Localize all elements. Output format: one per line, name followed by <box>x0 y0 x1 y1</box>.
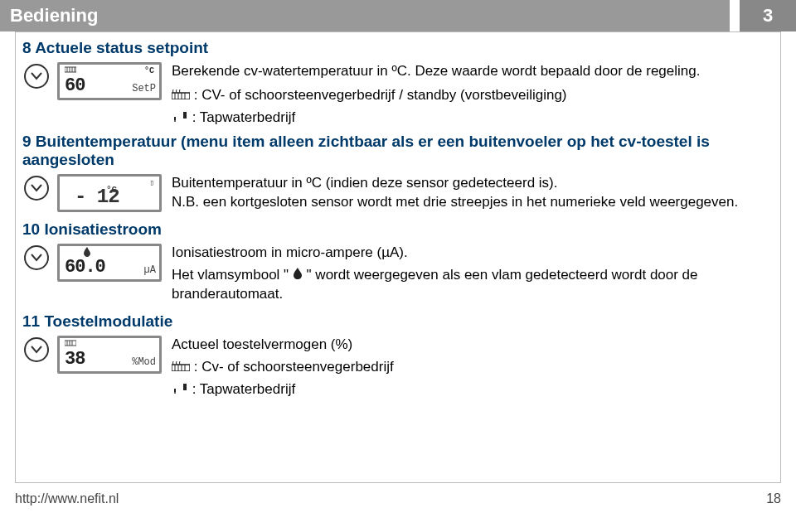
section-11-tap-line: : Tapwaterbedrijf <box>172 380 772 399</box>
page-header: Bediening 3 <box>0 0 796 31</box>
svg-point-20 <box>174 392 176 394</box>
down-button-icon <box>24 337 49 362</box>
content-box: 8 Actuele status setpoint °C 60 SetP Ber… <box>15 31 781 483</box>
section-9-heading: 9 Buitentemperatuur (menu item alleen zi… <box>16 129 780 172</box>
down-button-icon <box>24 64 49 89</box>
svg-rect-11 <box>65 341 76 346</box>
section-11-row: 38 %Mod Actueel toestelvermogen (%) : Cv… <box>16 334 780 401</box>
lcd-outdoor-value: - 12 <box>75 186 119 208</box>
lcd-mod-value: 38 <box>65 349 85 370</box>
section-9-text2: N.B. een kortgesloten sensor wordt met d… <box>172 193 772 212</box>
down-button-icon <box>24 176 49 201</box>
lcd-ion-value: 60.0 <box>65 257 105 278</box>
section-9-row: ▯ °C - 12 Buitentemperatuur in ºC (indie… <box>16 172 780 214</box>
header-title: Bediening <box>0 0 730 31</box>
section-11-text1: Actueel toestelvermogen (%) <box>172 336 772 355</box>
svg-point-10 <box>174 120 176 122</box>
lcd-setp-suffix: SetP <box>132 83 156 94</box>
section-8-text1: Berekende cv-watertemperatuur in ºC. Dez… <box>172 62 772 81</box>
section-8-cv-text: : CV- of schoorsteenvegerbedrijf / stand… <box>194 87 567 103</box>
lcd-ion-suffix: µA <box>144 264 156 276</box>
section-8-cv-line: : CV- of schoorsteenvegerbedrijf / stand… <box>172 86 772 105</box>
radiator-icon <box>65 66 76 75</box>
section-11-heading: 11 Toestelmodulatie <box>16 306 780 334</box>
section-11-cv-line: : Cv- of schoorsteenvegerbedrijf <box>172 358 772 377</box>
section-8-row: °C 60 SetP Berekende cv-watertemperatuur… <box>16 60 780 129</box>
flame-icon <box>293 266 303 285</box>
lcd-display-outdoor: ▯ °C - 12 <box>57 174 162 212</box>
tap-icon <box>172 380 188 399</box>
section-10-flame-pre: Het vlamsymbool " <box>172 267 289 283</box>
battery-icon: ▯ <box>150 178 154 187</box>
footer-page-number: 18 <box>766 491 781 506</box>
section-8-tap-text: : Tapwaterbedrijf <box>192 109 295 125</box>
section-10-heading: 10 Ionisatiestroom <box>16 214 780 242</box>
down-button-icon <box>24 245 49 270</box>
section-11-cv-text: : Cv- of schoorsteenvegerbedrijf <box>194 359 394 375</box>
tap-icon <box>172 109 188 128</box>
chapter-number-badge: 3 <box>740 0 796 31</box>
section-10-text1: Ionisatiestroom in micro-ampere (µA). <box>172 244 772 263</box>
svg-rect-5 <box>172 93 190 99</box>
section-11-tap-text: : Tapwaterbedrijf <box>192 381 295 397</box>
section-10-flame-line: Het vlamsymbool " " wordt weergegeven al… <box>172 266 772 304</box>
radiator-icon <box>172 358 190 377</box>
svg-rect-15 <box>172 365 190 371</box>
radiator-icon <box>172 86 190 105</box>
lcd-display-setpoint: °C 60 SetP <box>57 62 162 100</box>
lcd-mod-suffix: %Mod <box>132 356 156 368</box>
radiator-icon <box>65 340 76 349</box>
lcd-display-mod: 38 %Mod <box>57 336 162 374</box>
page-footer: http://www.nefit.nl 18 <box>0 483 796 506</box>
degc-label: °C <box>144 66 154 75</box>
lcd-setp-value: 60 <box>65 75 85 96</box>
footer-url: http://www.nefit.nl <box>15 491 119 506</box>
lcd-display-ion: 60.0 µA <box>57 244 162 282</box>
section-10-row: 60.0 µA Ionisatiestroom in micro-ampere … <box>16 242 780 306</box>
section-8-heading: 8 Actuele status setpoint <box>16 32 780 60</box>
section-8-tap-line: : Tapwaterbedrijf <box>172 109 772 128</box>
section-9-text1: Buitentemperatuur in ºC (indien deze sen… <box>172 174 772 193</box>
